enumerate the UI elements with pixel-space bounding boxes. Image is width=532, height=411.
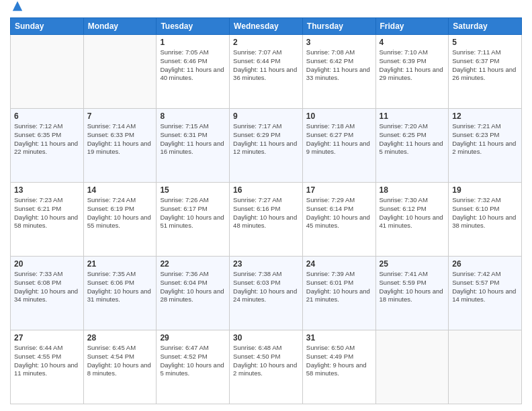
day-info: Sunrise: 7:41 AM Sunset: 5:59 PM Dayligh… bbox=[380, 270, 445, 304]
day-info: Sunrise: 7:26 AM Sunset: 6:17 PM Dayligh… bbox=[160, 196, 226, 230]
table-row bbox=[375, 330, 449, 404]
day-number: 24 bbox=[306, 259, 372, 269]
day-number: 23 bbox=[233, 259, 299, 269]
day-info: Sunrise: 7:29 AM Sunset: 6:14 PM Dayligh… bbox=[306, 196, 372, 230]
day-number: 13 bbox=[14, 185, 80, 195]
day-info: Sunrise: 7:42 AM Sunset: 5:57 PM Dayligh… bbox=[452, 270, 518, 304]
header-wednesday: Wednesday bbox=[230, 18, 303, 35]
day-number: 7 bbox=[87, 111, 153, 121]
day-info: Sunrise: 7:23 AM Sunset: 6:21 PM Dayligh… bbox=[14, 196, 80, 230]
day-info: Sunrise: 7:33 AM Sunset: 6:08 PM Dayligh… bbox=[14, 270, 80, 304]
table-row: 11Sunrise: 7:20 AM Sunset: 6:25 PM Dayli… bbox=[375, 109, 449, 183]
day-info: Sunrise: 6:47 AM Sunset: 4:52 PM Dayligh… bbox=[160, 344, 226, 378]
day-number: 18 bbox=[380, 185, 445, 195]
table-row: 3Sunrise: 7:08 AM Sunset: 6:42 PM Daylig… bbox=[302, 35, 375, 109]
day-number: 17 bbox=[306, 185, 372, 195]
header bbox=[10, 7, 522, 12]
header-tuesday: Tuesday bbox=[157, 18, 230, 35]
day-info: Sunrise: 6:50 AM Sunset: 4:49 PM Dayligh… bbox=[306, 344, 372, 378]
day-info: Sunrise: 7:30 AM Sunset: 6:12 PM Dayligh… bbox=[380, 196, 445, 230]
table-row: 6Sunrise: 7:12 AM Sunset: 6:35 PM Daylig… bbox=[11, 109, 84, 183]
day-info: Sunrise: 6:48 AM Sunset: 4:50 PM Dayligh… bbox=[233, 344, 299, 378]
day-number: 22 bbox=[160, 259, 226, 269]
table-row: 25Sunrise: 7:41 AM Sunset: 5:59 PM Dayli… bbox=[375, 257, 449, 330]
day-number: 2 bbox=[233, 38, 299, 47]
day-number: 14 bbox=[87, 185, 153, 195]
day-info: Sunrise: 7:24 AM Sunset: 6:19 PM Dayligh… bbox=[87, 196, 153, 230]
day-info: Sunrise: 7:05 AM Sunset: 6:46 PM Dayligh… bbox=[160, 48, 226, 83]
table-row: 8Sunrise: 7:15 AM Sunset: 6:31 PM Daylig… bbox=[157, 109, 230, 183]
table-row: 18Sunrise: 7:30 AM Sunset: 6:12 PM Dayli… bbox=[375, 183, 449, 257]
table-row: 10Sunrise: 7:18 AM Sunset: 6:27 PM Dayli… bbox=[302, 109, 375, 183]
day-number: 20 bbox=[14, 259, 80, 269]
calendar-header-row: Sunday Monday Tuesday Wednesday Thursday… bbox=[11, 18, 522, 35]
table-row: 15Sunrise: 7:26 AM Sunset: 6:17 PM Dayli… bbox=[157, 183, 230, 257]
table-row: 16Sunrise: 7:27 AM Sunset: 6:16 PM Dayli… bbox=[230, 183, 303, 257]
logo-icon bbox=[11, 0, 24, 12]
day-number: 27 bbox=[14, 333, 80, 342]
table-row: 1Sunrise: 7:05 AM Sunset: 6:46 PM Daylig… bbox=[157, 35, 230, 109]
day-info: Sunrise: 6:44 AM Sunset: 4:55 PM Dayligh… bbox=[14, 344, 80, 378]
table-row: 17Sunrise: 7:29 AM Sunset: 6:14 PM Dayli… bbox=[302, 183, 375, 257]
logo bbox=[10, 9, 24, 12]
table-row: 23Sunrise: 7:38 AM Sunset: 6:03 PM Dayli… bbox=[230, 257, 303, 330]
table-row: 4Sunrise: 7:10 AM Sunset: 6:39 PM Daylig… bbox=[375, 35, 449, 109]
table-row: 14Sunrise: 7:24 AM Sunset: 6:19 PM Dayli… bbox=[83, 183, 157, 257]
svg-marker-0 bbox=[13, 1, 22, 11]
table-row bbox=[449, 330, 522, 404]
table-row: 27Sunrise: 6:44 AM Sunset: 4:55 PM Dayli… bbox=[11, 330, 84, 404]
header-monday: Monday bbox=[83, 18, 157, 35]
table-row: 2Sunrise: 7:07 AM Sunset: 6:44 PM Daylig… bbox=[230, 35, 303, 109]
day-info: Sunrise: 7:07 AM Sunset: 6:44 PM Dayligh… bbox=[233, 48, 299, 83]
header-sunday: Sunday bbox=[11, 18, 84, 35]
day-info: Sunrise: 7:14 AM Sunset: 6:33 PM Dayligh… bbox=[87, 122, 153, 156]
table-row: 30Sunrise: 6:48 AM Sunset: 4:50 PM Dayli… bbox=[230, 330, 303, 404]
table-row: 9Sunrise: 7:17 AM Sunset: 6:29 PM Daylig… bbox=[230, 109, 303, 183]
header-friday: Friday bbox=[375, 18, 449, 35]
day-info: Sunrise: 7:36 AM Sunset: 6:04 PM Dayligh… bbox=[160, 270, 226, 304]
day-number: 6 bbox=[14, 111, 80, 121]
day-number: 28 bbox=[87, 333, 153, 342]
day-info: Sunrise: 7:21 AM Sunset: 6:23 PM Dayligh… bbox=[452, 122, 518, 156]
day-info: Sunrise: 7:11 AM Sunset: 6:37 PM Dayligh… bbox=[452, 48, 518, 83]
table-row: 29Sunrise: 6:47 AM Sunset: 4:52 PM Dayli… bbox=[157, 330, 230, 404]
table-row: 5Sunrise: 7:11 AM Sunset: 6:37 PM Daylig… bbox=[449, 35, 522, 109]
day-info: Sunrise: 7:39 AM Sunset: 6:01 PM Dayligh… bbox=[306, 270, 372, 304]
table-row: 28Sunrise: 6:45 AM Sunset: 4:54 PM Dayli… bbox=[83, 330, 157, 404]
day-number: 12 bbox=[452, 111, 518, 121]
calendar-week-row: 6Sunrise: 7:12 AM Sunset: 6:35 PM Daylig… bbox=[11, 109, 522, 183]
table-row: 21Sunrise: 7:35 AM Sunset: 6:06 PM Dayli… bbox=[83, 257, 157, 330]
day-info: Sunrise: 7:27 AM Sunset: 6:16 PM Dayligh… bbox=[233, 196, 299, 230]
day-number: 1 bbox=[160, 38, 226, 47]
day-info: Sunrise: 6:45 AM Sunset: 4:54 PM Dayligh… bbox=[87, 344, 153, 378]
day-info: Sunrise: 7:17 AM Sunset: 6:29 PM Dayligh… bbox=[233, 122, 299, 156]
day-info: Sunrise: 7:32 AM Sunset: 6:10 PM Dayligh… bbox=[452, 196, 518, 230]
day-number: 4 bbox=[380, 38, 445, 47]
day-number: 8 bbox=[160, 111, 226, 121]
table-row: 7Sunrise: 7:14 AM Sunset: 6:33 PM Daylig… bbox=[83, 109, 157, 183]
table-row: 22Sunrise: 7:36 AM Sunset: 6:04 PM Dayli… bbox=[157, 257, 230, 330]
header-thursday: Thursday bbox=[302, 18, 375, 35]
day-info: Sunrise: 7:10 AM Sunset: 6:39 PM Dayligh… bbox=[380, 48, 445, 83]
table-row: 12Sunrise: 7:21 AM Sunset: 6:23 PM Dayli… bbox=[449, 109, 522, 183]
day-number: 5 bbox=[452, 38, 518, 47]
calendar-week-row: 13Sunrise: 7:23 AM Sunset: 6:21 PM Dayli… bbox=[11, 183, 522, 257]
day-number: 26 bbox=[452, 259, 518, 269]
day-info: Sunrise: 7:20 AM Sunset: 6:25 PM Dayligh… bbox=[380, 122, 445, 156]
table-row: 19Sunrise: 7:32 AM Sunset: 6:10 PM Dayli… bbox=[449, 183, 522, 257]
calendar-week-row: 27Sunrise: 6:44 AM Sunset: 4:55 PM Dayli… bbox=[11, 330, 522, 404]
day-number: 21 bbox=[87, 259, 153, 269]
page: Sunday Monday Tuesday Wednesday Thursday… bbox=[0, 0, 532, 411]
table-row bbox=[83, 35, 157, 109]
day-info: Sunrise: 7:35 AM Sunset: 6:06 PM Dayligh… bbox=[87, 270, 153, 304]
day-info: Sunrise: 7:12 AM Sunset: 6:35 PM Dayligh… bbox=[14, 122, 80, 156]
table-row: 31Sunrise: 6:50 AM Sunset: 4:49 PM Dayli… bbox=[302, 330, 375, 404]
day-info: Sunrise: 7:38 AM Sunset: 6:03 PM Dayligh… bbox=[233, 270, 299, 304]
table-row bbox=[11, 35, 84, 109]
day-info: Sunrise: 7:08 AM Sunset: 6:42 PM Dayligh… bbox=[306, 48, 372, 83]
header-saturday: Saturday bbox=[449, 18, 522, 35]
calendar-week-row: 1Sunrise: 7:05 AM Sunset: 6:46 PM Daylig… bbox=[11, 35, 522, 109]
day-number: 31 bbox=[306, 333, 372, 342]
day-number: 3 bbox=[306, 38, 372, 47]
calendar-table: Sunday Monday Tuesday Wednesday Thursday… bbox=[10, 17, 522, 404]
